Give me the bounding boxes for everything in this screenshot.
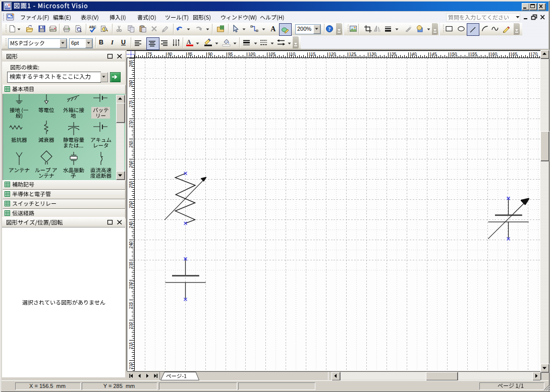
svg-text:90: 90 xyxy=(208,51,213,57)
svg-text:150: 150 xyxy=(450,51,457,57)
svg-text:230: 230 xyxy=(128,282,133,289)
svg-text:140: 140 xyxy=(409,51,416,57)
svg-text:110: 110 xyxy=(289,51,296,57)
svg-text:A: A xyxy=(270,25,276,33)
svg-text:250: 250 xyxy=(128,201,133,208)
svg-text:A: A xyxy=(187,39,191,45)
svg-text:100: 100 xyxy=(248,51,255,57)
svg-text:225: 225 xyxy=(128,302,133,309)
svg-text:145: 145 xyxy=(429,51,436,57)
svg-text:285: 285 xyxy=(128,60,133,67)
svg-text:280: 280 xyxy=(128,80,133,87)
svg-text:?: ? xyxy=(328,26,331,32)
svg-text:155: 155 xyxy=(470,51,477,57)
svg-text:120: 120 xyxy=(329,51,336,57)
svg-text:80: 80 xyxy=(168,51,173,57)
svg-text:245: 245 xyxy=(128,221,133,228)
svg-text:255: 255 xyxy=(128,181,133,188)
svg-text:265: 265 xyxy=(128,140,133,147)
svg-text:135: 135 xyxy=(389,51,396,57)
svg-text:105: 105 xyxy=(268,51,276,57)
svg-text:85: 85 xyxy=(188,51,193,57)
svg-text:240: 240 xyxy=(128,241,133,248)
svg-text:130: 130 xyxy=(369,51,376,57)
svg-text:ABC: ABC xyxy=(89,25,96,29)
svg-text:260: 260 xyxy=(128,160,133,167)
svg-text:160: 160 xyxy=(490,51,497,57)
svg-text:210: 210 xyxy=(128,362,133,369)
svg-text:235: 235 xyxy=(128,261,133,268)
svg-text:215: 215 xyxy=(128,342,133,349)
svg-text:270: 270 xyxy=(128,120,133,127)
svg-text:275: 275 xyxy=(128,100,133,107)
svg-text:95: 95 xyxy=(228,51,233,57)
svg-text:170: 170 xyxy=(530,51,537,57)
svg-text:75: 75 xyxy=(147,51,152,57)
svg-text:115: 115 xyxy=(309,51,316,57)
svg-text:165: 165 xyxy=(510,51,517,57)
svg-text:220: 220 xyxy=(128,322,133,329)
svg-text:125: 125 xyxy=(349,51,356,57)
